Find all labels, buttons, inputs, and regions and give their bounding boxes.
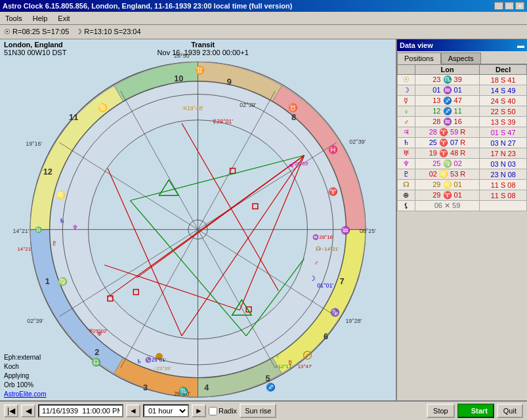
- planet-symbol: ☽: [398, 85, 415, 96]
- footer-orb: Orb 100%: [4, 381, 46, 390]
- svg-text:☽: ☽: [309, 274, 316, 282]
- planet-lon: 25 ♍ 02: [415, 159, 480, 169]
- planet-lon: 13 ♐ 47: [415, 96, 480, 106]
- stop-button[interactable]: Stop: [427, 404, 455, 418]
- svg-point-31: [306, 354, 309, 356]
- radix-checkbox[interactable]: [209, 407, 217, 415]
- panel-tabs: Positions Aspects: [397, 51, 527, 64]
- svg-text:13°47': 13°47': [298, 364, 313, 369]
- svg-text:19°16': 19°16': [26, 140, 42, 147]
- planet-symbol: ♄: [398, 138, 415, 148]
- svg-text:10: 10: [174, 74, 183, 83]
- svg-text:26°50': 26°50': [174, 52, 190, 59]
- start-label: Start: [471, 407, 488, 415]
- menu-tools[interactable]: Tools: [3, 14, 25, 23]
- svg-text:♀: ♀: [275, 352, 280, 360]
- astro-link: AstroElite.com: [4, 390, 46, 398]
- table-row: ☿ 13 ♐ 47 24 S 40: [398, 96, 527, 106]
- planet-symbol: ♇: [398, 169, 415, 180]
- chart-area: London, England 51N30 00W10 DST Transit …: [0, 39, 396, 400]
- planet-lon: 06 ✕ 59: [415, 201, 480, 211]
- planet-decl: 23 N 08: [480, 169, 527, 180]
- svg-text:♓: ♓: [328, 145, 338, 154]
- footer-link[interactable]: AstroElite.com: [4, 390, 46, 399]
- menu-help[interactable]: Help: [30, 14, 51, 23]
- svg-text:14°21': 14°21': [13, 228, 30, 234]
- svg-text:7: 7: [340, 276, 345, 286]
- footer-koch: Koch: [4, 362, 46, 371]
- svg-text:+28°59': +28°59': [291, 161, 309, 167]
- title-bar-text: Astro Clock 6.15.805.856, London, Englan…: [3, 2, 292, 10]
- planet-decl: 01 S 47: [480, 127, 527, 138]
- svg-text:5: 5: [266, 373, 270, 383]
- col-header-decl: Decl: [480, 65, 527, 75]
- svg-text:2: 2: [95, 347, 99, 357]
- table-row: ♆ 25 ♍ 02 03 N 03: [398, 159, 527, 169]
- positions-table: Lon Decl ☉ 23 ♏ 39 18 S 41 ☽ 01 ♒ 01: [397, 64, 527, 211]
- svg-text:♊: ♊: [195, 66, 205, 75]
- toolbar: ☉ R=08:25 S=17:05 ☽ R=13:10 S=23:04: [0, 25, 527, 39]
- planet-symbol: ♀: [398, 106, 415, 117]
- svg-text:♈: ♈: [328, 187, 338, 196]
- start-button[interactable]: Start: [457, 404, 494, 418]
- table-row: ☉ 23 ♏ 39 18 S 41: [398, 75, 527, 85]
- table-row: ♃ 28 ♈ 59 R 01 S 47: [398, 127, 527, 138]
- svg-text:♃19°48': ♃19°48': [182, 105, 203, 112]
- svg-text:6: 6: [324, 331, 328, 341]
- back-one-step-button[interactable]: ◀: [21, 404, 35, 417]
- svg-text:~~14°21': ~~14°21': [318, 246, 339, 252]
- svg-text:☿29°01': ☿29°01': [213, 118, 233, 125]
- tab-aspects[interactable]: Aspects: [441, 52, 481, 64]
- planet-decl: 17 N 23: [480, 148, 527, 159]
- minimize-button[interactable]: _: [494, 2, 503, 10]
- play-icon: [464, 407, 469, 413]
- table-row: ⚸ 06 ✕ 59: [398, 201, 527, 211]
- datetime-input[interactable]: [38, 404, 123, 417]
- svg-text:4: 4: [204, 383, 209, 392]
- svg-text:♒28°16': ♒28°16': [312, 234, 334, 240]
- planet-lon: 02 ♌ 53 R: [415, 169, 480, 180]
- planet-symbol: ☿: [398, 96, 415, 106]
- forward-arrow-button[interactable]: ►: [192, 404, 206, 417]
- svg-text:♐: ♐: [266, 383, 276, 392]
- step-select[interactable]: 01 hour 01 day 01 month 01 year: [143, 404, 189, 417]
- svg-text:♅25°02': ♅25°02': [89, 328, 108, 334]
- menu-exit[interactable]: Exit: [55, 14, 72, 23]
- planet-lon: 23 ♏ 39: [415, 75, 480, 85]
- planet-lon: 01 ♒ 01: [415, 85, 480, 96]
- planet-decl: 03 N 27: [480, 138, 527, 148]
- right-panel: Data view ▬ Positions Aspects Lon Decl: [396, 39, 527, 400]
- back-to-start-button[interactable]: |◀: [4, 404, 18, 417]
- planet-symbol: ♆: [398, 159, 415, 169]
- maximize-button[interactable]: □: [505, 2, 514, 10]
- footer-eph: Eph:external: [4, 353, 46, 362]
- sunrise-button[interactable]: Sun rise: [240, 404, 276, 418]
- quit-button[interactable]: Quit: [497, 404, 523, 418]
- planet-lon: 28 ♒ 16: [415, 117, 480, 127]
- table-row: ♀ 12 ♐ 11 22 S 50: [398, 106, 527, 117]
- panel-close-icon[interactable]: ▬: [517, 41, 524, 49]
- tab-positions[interactable]: Positions: [397, 52, 441, 64]
- close-button[interactable]: ✕: [515, 2, 524, 10]
- planet-lon: 25 ♈ 07 R: [415, 138, 480, 148]
- planet-decl: 13 S 39: [480, 117, 527, 127]
- back-arrow-button[interactable]: ◄: [126, 404, 140, 417]
- title-bar-buttons: _ □ ✕: [494, 2, 524, 10]
- table-row: ♂ 28 ♒ 16 13 S 39: [398, 117, 527, 127]
- svg-text:♌: ♌: [56, 190, 66, 200]
- planet-lon: 29 ♈ 01: [415, 190, 480, 201]
- planet-symbol: ☉: [398, 75, 415, 85]
- panel-title-bar: Data view ▬: [397, 39, 527, 51]
- col-header-lon: Lon: [415, 65, 480, 75]
- chart-svg: ☽ 01°01' ♄ ♃ +28°59' ♀ ¤12°11' ☿ 13°47' …: [0, 39, 396, 400]
- table-row: ⊕ 29 ♈ 01 11 S 08: [398, 190, 527, 201]
- title-bar: Astro Clock 6.15.805.856, London, Englan…: [0, 0, 527, 12]
- planet-decl: 11 S 08: [480, 190, 527, 201]
- svg-text:♏: ♏: [179, 387, 188, 396]
- svg-text:08°25': 08°25': [360, 228, 376, 234]
- svg-text:1: 1: [45, 276, 50, 286]
- svg-text:♑: ♑: [330, 308, 340, 317]
- planet-symbol: ⊕: [398, 190, 415, 201]
- planet-symbol: ♂: [398, 117, 415, 127]
- data-table-container: Lon Decl ☉ 23 ♏ 39 18 S 41 ☽ 01 ♒ 01: [397, 64, 527, 400]
